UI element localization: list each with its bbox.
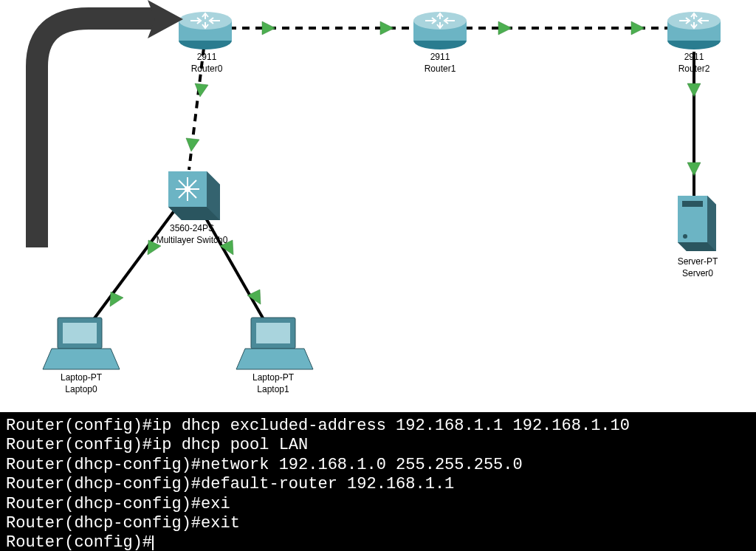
- terminal-line-2: Router(dhcp-config)#network 192.168.1.0 …: [6, 456, 523, 474]
- switch0-label-block: 3560-24PS Multilayer Switch0: [144, 222, 240, 246]
- laptop0-model: Laptop-PT: [44, 372, 118, 383]
- server0-label-block: Server-PT Server0: [664, 255, 731, 279]
- terminal-line-3: Router(dhcp-config)#default-router 192.1…: [6, 475, 454, 493]
- router2-label-block: 2911 Router2: [664, 50, 724, 75]
- terminal-line-1: Router(config)#ip dhcp pool LAN: [6, 436, 308, 454]
- svg-marker-46: [678, 196, 716, 251]
- svg-point-31: [185, 187, 190, 191]
- router1-icon[interactable]: [413, 12, 467, 49]
- svg-marker-9: [631, 21, 645, 35]
- router1-model: 2911: [410, 52, 470, 62]
- svg-point-26: [667, 12, 721, 30]
- topology-overlay: [0, 0, 756, 412]
- router0-name: Router0: [177, 64, 236, 74]
- svg-marker-7: [380, 21, 394, 35]
- svg-point-24: [667, 32, 721, 49]
- router0-icon[interactable]: [179, 12, 232, 49]
- svg-marker-10: [195, 83, 208, 97]
- svg-rect-50: [682, 201, 703, 207]
- switch0-name: Multilayer Switch0: [144, 235, 240, 245]
- svg-marker-42: [43, 349, 120, 369]
- svg-marker-12: [687, 83, 701, 97]
- svg-rect-43: [251, 318, 295, 349]
- svg-rect-25: [667, 21, 721, 41]
- router2-model: 2911: [664, 52, 724, 62]
- switch0-model: 3560-24PS: [144, 223, 240, 233]
- svg-marker-15: [110, 292, 123, 307]
- svg-point-20: [179, 12, 232, 30]
- router0-model: 2911: [177, 52, 236, 62]
- router2-name: Router2: [664, 64, 724, 74]
- router1-label-block: 2911 Router1: [410, 50, 470, 75]
- svg-line-39: [179, 189, 188, 198]
- network-topology-panel: 2911 Router0 2911 Router1 2911 Router2 3…: [0, 0, 756, 412]
- svg-line-37: [188, 189, 196, 198]
- svg-rect-41: [63, 323, 97, 343]
- cli-terminal[interactable]: Router(config)#ip dhcp excluded-address …: [0, 412, 756, 551]
- svg-marker-6: [262, 21, 275, 35]
- svg-marker-27: [168, 171, 220, 220]
- svg-marker-49: [678, 242, 716, 251]
- router1-name: Router1: [410, 64, 470, 74]
- svg-marker-13: [687, 162, 701, 176]
- svg-line-36: [179, 180, 188, 189]
- laptop1-label-block: Laptop-PT Laptop1: [236, 371, 310, 395]
- terminal-line-4: Router(dhcp-config)#exi: [6, 495, 230, 513]
- laptop1-model: Laptop-PT: [236, 372, 310, 383]
- svg-marker-52: [148, 0, 183, 38]
- svg-marker-8: [498, 21, 512, 35]
- svg-rect-19: [179, 21, 232, 41]
- svg-marker-11: [186, 138, 199, 151]
- terminal-line-5: Router(dhcp-config)#exit: [6, 514, 240, 533]
- svg-rect-40: [58, 318, 102, 349]
- svg-marker-17: [247, 290, 261, 304]
- annotation-arrow-icon: [37, 0, 183, 247]
- svg-marker-29: [207, 171, 220, 220]
- svg-marker-48: [707, 196, 716, 251]
- svg-marker-28: [168, 171, 207, 207]
- svg-point-18: [179, 32, 232, 49]
- laptop1-name: Laptop1: [236, 384, 310, 394]
- terminal-line-6: Router(config)#: [6, 533, 152, 551]
- svg-line-38: [188, 180, 196, 189]
- svg-rect-44: [256, 323, 290, 343]
- server0-name: Server0: [664, 268, 731, 278]
- switch0-icon[interactable]: [168, 171, 220, 220]
- svg-point-51: [683, 234, 687, 239]
- svg-point-21: [413, 32, 467, 49]
- router0-label-block: 2911 Router0: [177, 50, 236, 75]
- svg-point-23: [413, 12, 467, 30]
- svg-marker-45: [236, 349, 313, 369]
- laptop0-name: Laptop0: [44, 384, 118, 394]
- server0-model: Server-PT: [664, 256, 731, 267]
- svg-rect-47: [678, 196, 707, 242]
- svg-rect-22: [413, 21, 467, 41]
- server0-icon[interactable]: [678, 196, 716, 251]
- laptop1-icon[interactable]: [236, 318, 313, 369]
- laptop0-label-block: Laptop-PT Laptop0: [44, 371, 118, 395]
- laptop0-icon[interactable]: [43, 318, 120, 369]
- terminal-line-0: Router(config)#ip dhcp excluded-address …: [6, 417, 630, 435]
- svg-marker-30: [168, 207, 220, 220]
- router2-icon[interactable]: [667, 12, 721, 49]
- terminal-cursor: [152, 535, 154, 550]
